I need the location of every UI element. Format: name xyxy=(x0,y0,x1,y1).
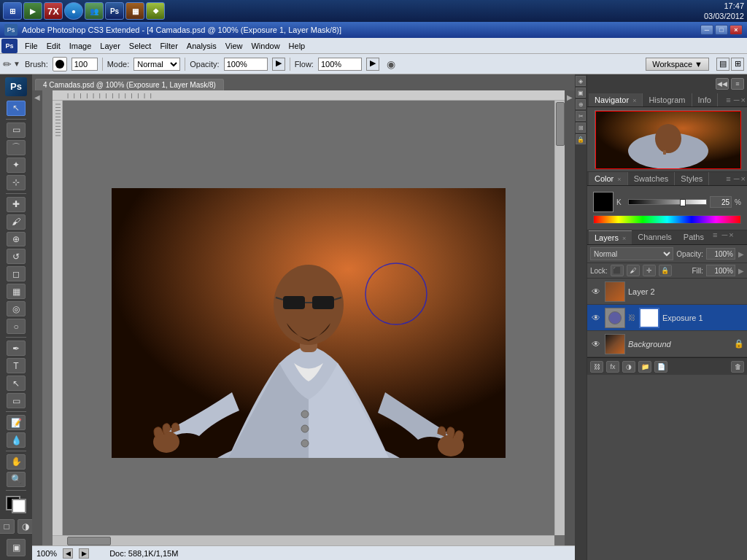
opacity-input[interactable] xyxy=(224,58,268,71)
link-layers-btn[interactable]: ⛓ xyxy=(590,361,603,373)
layer-eye-background[interactable]: 👁 xyxy=(590,338,602,350)
panel-options-icon[interactable]: ≡ xyxy=(731,78,744,90)
taskbar-btn-2[interactable]: 7X xyxy=(44,2,63,20)
right-icon-4[interactable]: ✂ xyxy=(576,111,586,121)
right-icon-2[interactable]: ▣ xyxy=(576,88,586,98)
color-swatch-fg[interactable] xyxy=(593,192,614,212)
tool-healing[interactable]: ✚ xyxy=(7,197,26,212)
color-panel-menu[interactable]: ≡ xyxy=(723,174,733,183)
tab-channels[interactable]: Channels xyxy=(632,230,677,244)
layer-chain-icon[interactable]: ⛓ xyxy=(628,314,635,322)
layer-style-btn[interactable]: fx xyxy=(606,361,619,373)
blend-mode-select[interactable]: Normal Dissolve Multiply Screen Overlay xyxy=(590,247,673,260)
tool-dodge[interactable]: ○ xyxy=(7,319,26,334)
layers-expand-btn[interactable]: × xyxy=(729,230,733,244)
tab-info[interactable]: Info xyxy=(692,93,718,106)
start-button[interactable]: ⊞ xyxy=(3,2,22,20)
status-arrow-right[interactable]: ▶ xyxy=(79,548,89,559)
tool-marquee[interactable]: ▭ xyxy=(7,122,26,138)
taskbar-btn-5[interactable]: Ps xyxy=(105,2,124,20)
layer-mask-btn[interactable]: ◑ xyxy=(622,361,635,373)
menu-edit[interactable]: Edit xyxy=(42,40,65,52)
tool-history-brush[interactable]: ↺ xyxy=(7,249,26,264)
k-slider-thumb[interactable] xyxy=(680,199,686,206)
tool-move[interactable]: ↖ xyxy=(7,101,26,116)
screen-mode-btn[interactable]: ▣ xyxy=(6,538,26,557)
color-close-icon[interactable]: × xyxy=(617,176,621,183)
menu-window[interactable]: Window xyxy=(247,40,284,52)
layer-row-background[interactable]: 👁 Background 🔒 xyxy=(587,331,747,357)
panel-collapse-icon[interactable]: ◀◀ xyxy=(716,78,729,90)
menu-select[interactable]: Select xyxy=(125,40,156,52)
photo-canvas[interactable] xyxy=(112,188,506,458)
canvas-tab-active[interactable]: 4 Camadas.psd @ 100% (Exposure 1, Layer … xyxy=(35,79,224,90)
scroll-left-btn[interactable]: ◀ xyxy=(34,93,40,101)
menu-file[interactable]: File xyxy=(20,40,42,52)
workspace-button[interactable]: Workspace ▼ xyxy=(646,58,709,71)
delete-layer-btn[interactable]: 🗑 xyxy=(731,361,744,373)
background-color[interactable] xyxy=(12,499,26,513)
k-slider-track[interactable] xyxy=(628,199,707,205)
tool-zoom[interactable]: 🔍 xyxy=(7,472,26,487)
layer-row-exposure1[interactable]: 👁 ⛓ Exposure 1 xyxy=(587,305,747,331)
lock-transparent-btn[interactable]: ⬛ xyxy=(611,265,624,276)
tab-swatches[interactable]: Swatches xyxy=(628,172,676,185)
taskbar-btn-7[interactable]: ❖ xyxy=(146,2,165,20)
scrollbar-horizontal[interactable] xyxy=(53,535,554,545)
taskbar-btn-3[interactable]: ● xyxy=(64,2,83,20)
screen-mode-icon[interactable]: ▣ xyxy=(7,539,26,556)
status-arrow-left[interactable]: ◀ xyxy=(63,548,73,559)
nav-expand-btn[interactable]: × xyxy=(741,96,746,104)
layers-close-icon[interactable]: × xyxy=(622,235,626,242)
k-value-input[interactable] xyxy=(710,196,732,208)
navigator-close-icon[interactable]: × xyxy=(632,97,636,104)
airbrush-icon[interactable]: ◉ xyxy=(387,58,395,70)
canvas-viewport[interactable]: | | | | | | | | | | | | | | | | | | | | … xyxy=(42,90,565,545)
tool-hand[interactable]: ✋ xyxy=(7,454,26,470)
menu-image[interactable]: Image xyxy=(65,40,96,52)
nav-minimize-btn[interactable]: ─ xyxy=(734,96,740,104)
tool-notes[interactable]: 📝 xyxy=(7,415,26,430)
right-icon-6[interactable]: 🔒 xyxy=(576,134,586,144)
tool-gradient[interactable]: ▦ xyxy=(7,284,26,299)
mode-select[interactable]: Normal Dissolve Multiply xyxy=(133,58,180,71)
tool-eyedropper[interactable]: 💧 xyxy=(7,432,26,448)
layer-row-layer2[interactable]: 👁 Layer 2 xyxy=(587,279,747,305)
layers-minimize-btn[interactable]: ─ xyxy=(721,230,727,244)
menu-analysis[interactable]: Analysis xyxy=(182,40,221,52)
tool-shape[interactable]: ▭ xyxy=(7,393,26,408)
right-icon-3[interactable]: ⊕ xyxy=(576,99,586,109)
tab-styles[interactable]: Styles xyxy=(675,172,709,185)
opacity-arrow-btn[interactable]: ▶ xyxy=(272,58,285,71)
new-layer-btn[interactable]: 📄 xyxy=(654,361,667,373)
tool-crop[interactable]: ⊹ xyxy=(7,175,26,190)
menu-filter[interactable]: Filter xyxy=(155,40,182,52)
lock-all-btn[interactable]: 🔒 xyxy=(659,265,672,276)
minimize-button[interactable]: ─ xyxy=(700,25,713,35)
tool-text[interactable]: T xyxy=(7,358,26,373)
scroll-thumb-v[interactable] xyxy=(556,102,565,146)
layers-panel-menu[interactable]: ≡ xyxy=(710,230,720,244)
scrollbar-vertical[interactable] xyxy=(554,101,565,535)
right-icon-5[interactable]: ⊞ xyxy=(576,122,586,133)
fill-layer-input[interactable] xyxy=(706,265,735,276)
brush-size-input[interactable] xyxy=(71,58,98,71)
fill-arrow-icon[interactable]: ▶ xyxy=(738,267,744,275)
taskbar-btn-4[interactable]: 👥 xyxy=(85,2,104,20)
taskbar-btn-6[interactable]: ▦ xyxy=(125,2,144,20)
tool-brush[interactable]: 🖌 xyxy=(7,214,26,230)
tab-color[interactable]: Color × xyxy=(589,172,628,185)
layer-eye-exposure1[interactable]: 👁 xyxy=(590,312,602,324)
nav-panel-menu[interactable]: ≡ xyxy=(723,96,733,104)
tool-clone[interactable]: ⊕ xyxy=(7,232,26,247)
tab-navigator[interactable]: Navigator × xyxy=(589,93,643,106)
tool-eraser[interactable]: ◻ xyxy=(7,266,26,281)
taskbar-btn-1[interactable]: ▶ xyxy=(23,2,42,20)
spectrum-bar[interactable] xyxy=(593,215,741,224)
tool-lasso[interactable]: ⌒ xyxy=(7,140,26,155)
tab-layers[interactable]: Layers × xyxy=(589,230,632,244)
panel-btn-2[interactable]: ⊞ xyxy=(731,58,744,71)
flow-arrow-btn[interactable]: ▶ xyxy=(366,58,379,71)
opacity-arrow-icon[interactable]: ▶ xyxy=(738,250,744,258)
menu-layer[interactable]: Layer xyxy=(96,40,125,52)
